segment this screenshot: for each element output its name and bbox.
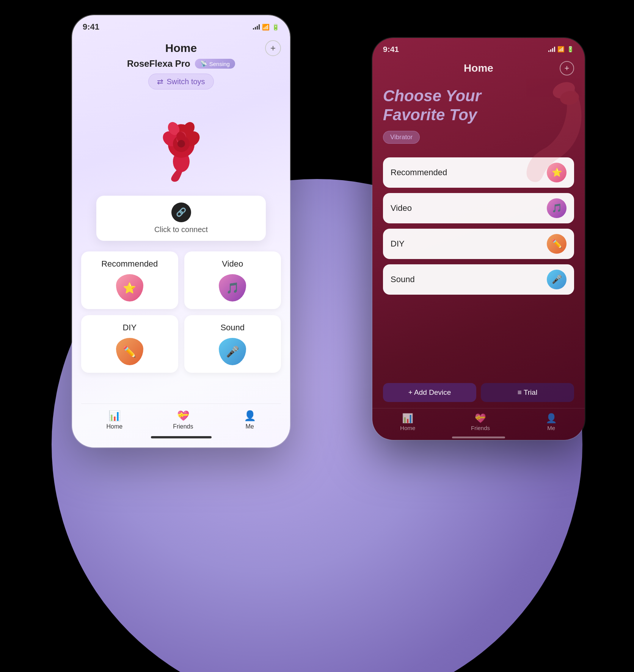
- left-status-icons: 📶 🔋: [253, 24, 279, 31]
- phone-right: 9:41 📶 🔋 Home +: [372, 38, 585, 440]
- left-wifi-icon: 📶: [262, 24, 270, 31]
- right-mode-sound[interactable]: Sound 🎤: [383, 264, 574, 295]
- left-signal-icon: [253, 24, 260, 30]
- left-video-label: Video: [222, 259, 243, 269]
- sensing-wave-icon: 📡: [200, 60, 207, 67]
- left-mode-video[interactable]: Video 🎵: [184, 251, 281, 309]
- right-header: Home +: [372, 56, 585, 79]
- right-friends-icon: 💝: [475, 413, 486, 424]
- left-device-name-row: RoseFlexa Pro 📡 Sensing: [127, 58, 235, 69]
- left-recommended-label: Recommended: [101, 259, 158, 269]
- right-hero-section: Choose Your Favorite Toy Vibrator: [372, 79, 585, 150]
- right-signal-icon: [548, 47, 555, 52]
- left-battery-icon: 🔋: [272, 24, 279, 31]
- left-sound-label: Sound: [220, 323, 245, 333]
- scene: 9:41 📶 🔋 Home +: [0, 0, 634, 672]
- left-home-nav-label: Home: [106, 423, 122, 430]
- left-mode-recommended[interactable]: Recommended ⭐: [81, 251, 178, 309]
- left-modes-grid: Recommended ⭐ Video 🎵 DIY ✏️: [81, 251, 281, 373]
- right-wifi-icon: 📶: [557, 46, 565, 53]
- right-content: Home + Choose Your Favorite Toy Vibrator: [372, 56, 585, 440]
- left-friends-nav-label: Friends: [173, 423, 193, 430]
- right-diy-icon: ✏️: [547, 234, 567, 254]
- right-toy-visual: [509, 79, 585, 177]
- right-status-bar: 9:41 📶 🔋: [372, 38, 585, 56]
- left-home-indicator: [151, 436, 212, 438]
- left-content: Home + RoseFlexa Pro 📡 Sensing ⇄ Switch …: [72, 34, 290, 447]
- left-me-icon: 👤: [244, 410, 256, 422]
- right-home-title: Home: [464, 62, 493, 74]
- trial-label: ≡ Trial: [518, 388, 537, 397]
- left-recommended-icon: ⭐: [116, 274, 143, 301]
- right-sound-label: Sound: [391, 275, 415, 284]
- right-sound-icon: 🎤: [547, 270, 567, 289]
- left-me-nav-label: Me: [245, 423, 254, 430]
- right-mode-diy[interactable]: DIY ✏️: [383, 229, 574, 259]
- left-nav-home[interactable]: 📊 Home: [106, 410, 122, 430]
- add-device-label: + Add Device: [408, 388, 451, 397]
- left-add-button[interactable]: +: [265, 40, 281, 56]
- left-friends-icon: 💝: [177, 410, 189, 422]
- connect-button-label: Click to connect: [154, 225, 208, 234]
- left-mode-sound[interactable]: Sound 🎤: [184, 315, 281, 373]
- left-time: 9:41: [83, 22, 99, 32]
- vibrator-badge: Vibrator: [383, 131, 420, 144]
- left-diy-label: DIY: [122, 323, 137, 333]
- right-nav-me[interactable]: 👤 Me: [546, 413, 557, 431]
- left-sensing-badge: 📡 Sensing: [195, 59, 235, 69]
- right-time: 9:41: [383, 45, 399, 54]
- connect-link-icon: 🔗: [171, 203, 191, 222]
- left-diy-icon: ✏️: [116, 338, 143, 365]
- right-nav-friends[interactable]: 💝 Friends: [471, 413, 490, 431]
- left-connect-button[interactable]: 🔗 Click to connect: [96, 196, 266, 241]
- right-home-indicator: [452, 436, 505, 438]
- left-home-icon: 📊: [108, 410, 121, 422]
- toy-illustration: [143, 103, 219, 182]
- left-video-icon: 🎵: [219, 274, 246, 301]
- right-me-icon: 👤: [546, 413, 557, 424]
- switch-toys-button[interactable]: ⇄ Switch toys: [148, 74, 213, 89]
- right-friends-nav-label: Friends: [471, 425, 490, 431]
- right-recommended-label: Recommended: [391, 168, 447, 177]
- left-header: Home +: [81, 42, 281, 55]
- right-bottom-nav: 📊 Home 💝 Friends 👤 Me: [372, 408, 585, 434]
- left-nav-friends[interactable]: 💝 Friends: [173, 410, 193, 430]
- left-nav-me[interactable]: 👤 Me: [244, 410, 256, 430]
- add-device-button[interactable]: + Add Device: [383, 383, 476, 402]
- right-me-nav-label: Me: [547, 425, 555, 431]
- right-video-icon: 🎵: [547, 198, 567, 218]
- right-add-button[interactable]: +: [560, 61, 574, 75]
- left-sound-icon: 🎤: [219, 338, 246, 365]
- right-status-icons: 📶 🔋: [548, 46, 574, 53]
- left-status-bar: 9:41 📶 🔋: [72, 15, 290, 34]
- svg-point-12: [177, 140, 185, 148]
- right-battery-icon: 🔋: [567, 46, 574, 53]
- phone-left: 9:41 📶 🔋 Home +: [72, 15, 290, 447]
- trial-button[interactable]: ≡ Trial: [481, 383, 574, 402]
- right-bottom-actions: + Add Device ≡ Trial: [372, 383, 585, 408]
- left-device-name: RoseFlexa Pro: [127, 58, 190, 69]
- left-mode-diy[interactable]: DIY ✏️: [81, 315, 178, 373]
- right-mode-video[interactable]: Video 🎵: [383, 193, 574, 223]
- left-toy-image: [81, 97, 281, 188]
- switch-icon: ⇄: [157, 77, 163, 86]
- left-bottom-nav: 📊 Home 💝 Friends 👤 Me: [81, 404, 281, 433]
- left-home-title: Home: [165, 42, 197, 55]
- right-nav-home[interactable]: 📊 Home: [400, 413, 415, 431]
- right-diy-label: DIY: [391, 239, 405, 249]
- right-home-nav-label: Home: [400, 425, 415, 431]
- right-home-icon: 📊: [402, 413, 413, 424]
- right-video-label: Video: [391, 203, 412, 213]
